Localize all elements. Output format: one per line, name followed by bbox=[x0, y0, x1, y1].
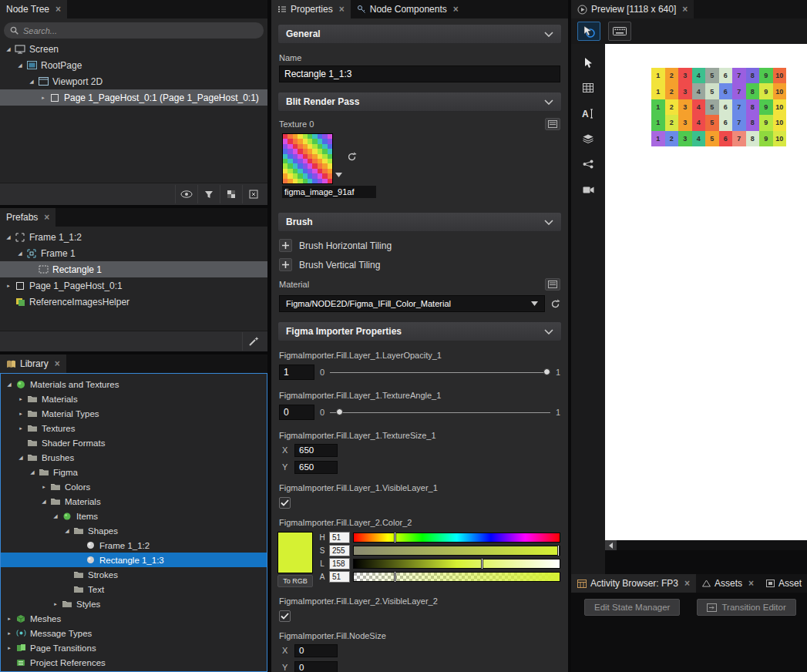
layers-tool-button[interactable] bbox=[577, 129, 599, 148]
color-swatch[interactable] bbox=[277, 532, 313, 573]
search-bar[interactable] bbox=[4, 22, 264, 39]
tab-properties[interactable]: Properties × bbox=[271, 0, 351, 18]
material-refresh-icon[interactable] bbox=[550, 299, 560, 309]
collapse-icon[interactable]: ◢ bbox=[15, 250, 25, 257]
tree-item[interactable]: Strokes bbox=[1, 567, 267, 582]
channel-s-bar[interactable] bbox=[353, 546, 560, 556]
tree-item[interactable]: ▸Colors bbox=[1, 479, 267, 494]
collapse-icon[interactable]: ◢ bbox=[26, 79, 37, 85]
collapse-icon[interactable]: ◢ bbox=[39, 499, 49, 505]
material-menu-button[interactable] bbox=[545, 278, 560, 291]
tree-item[interactable]: ◢Materials and Textures bbox=[1, 377, 267, 391]
tab-node-tree[interactable]: Node Tree × bbox=[0, 0, 67, 18]
tree-item[interactable]: ▸Page 1_PageHost_0:1 bbox=[0, 277, 267, 294]
grid-button[interactable] bbox=[220, 185, 242, 203]
channel-l-input[interactable]: 158 bbox=[329, 558, 350, 570]
tab-asset[interactable]: Asset× bbox=[760, 574, 807, 593]
isolate-button[interactable] bbox=[242, 185, 264, 203]
tab-library[interactable]: Library × bbox=[0, 354, 66, 373]
tab-prefabs[interactable]: Prefabs × bbox=[0, 208, 55, 227]
close-icon[interactable]: × bbox=[55, 4, 61, 15]
tree-item[interactable]: Project References bbox=[1, 655, 267, 670]
tree-item[interactable]: ▸Textures bbox=[1, 421, 267, 435]
tree-item[interactable]: ◢Frame 1_1:2 bbox=[0, 229, 267, 245]
tree-item[interactable]: ▸Materials bbox=[1, 391, 267, 406]
collapse-icon[interactable]: ◢ bbox=[50, 513, 61, 519]
collapse-icon[interactable]: ◢ bbox=[3, 46, 14, 52]
slider-handle[interactable] bbox=[336, 408, 343, 415]
close-icon[interactable]: × bbox=[684, 578, 690, 589]
table-tool-button[interactable] bbox=[577, 79, 599, 97]
channel-marker[interactable] bbox=[394, 532, 396, 543]
channel-h-bar[interactable] bbox=[353, 533, 560, 543]
tree-item[interactable]: ◢Frame 1 bbox=[0, 245, 267, 261]
expand-icon[interactable]: ▸ bbox=[50, 601, 61, 607]
channel-h-input[interactable]: 51 bbox=[329, 532, 350, 543]
name-input[interactable] bbox=[279, 66, 560, 82]
x-value-input[interactable]: 0 bbox=[294, 644, 338, 657]
texture-well[interactable]: figma_image_91af bbox=[282, 133, 376, 198]
collapse-icon[interactable]: ◢ bbox=[62, 528, 72, 534]
section-general[interactable]: General bbox=[277, 24, 562, 44]
tree-item[interactable]: ◢Brushes bbox=[1, 450, 267, 465]
tab-preview[interactable]: Preview [1118 x 640] × bbox=[571, 0, 694, 18]
texture-refresh-icon[interactable] bbox=[347, 152, 357, 162]
filter-button[interactable] bbox=[197, 185, 220, 203]
expand-icon[interactable]: ▸ bbox=[39, 484, 49, 490]
collapse-icon[interactable]: ◢ bbox=[15, 62, 25, 69]
virtual-keyboard-button[interactable] bbox=[608, 22, 631, 41]
channel-marker[interactable] bbox=[481, 558, 483, 570]
tree-item[interactable]: ▸Meshes bbox=[1, 611, 267, 626]
channel-marker[interactable] bbox=[557, 545, 560, 556]
tree-item[interactable]: ◢Screen bbox=[0, 41, 267, 57]
share-tool-button[interactable] bbox=[577, 155, 599, 173]
channel-l-bar[interactable] bbox=[353, 559, 560, 569]
tree-item[interactable]: Frame 1_1:2 bbox=[1, 538, 267, 553]
collapse-icon[interactable]: ◢ bbox=[3, 234, 14, 240]
expand-icon[interactable]: ▸ bbox=[4, 630, 15, 637]
section-figma-importer[interactable]: Figma Importer Properties bbox=[277, 321, 562, 341]
tree-item[interactable]: ▸Page 1_PageHost_0:1 (Page 1_PageHost_0:… bbox=[0, 89, 267, 106]
close-icon[interactable]: × bbox=[682, 4, 688, 15]
tree-item[interactable]: ◢Shapes bbox=[1, 523, 267, 538]
close-icon[interactable]: × bbox=[748, 578, 754, 589]
expand-icon[interactable]: ▸ bbox=[15, 411, 26, 417]
slider-track[interactable] bbox=[330, 365, 550, 380]
to-rgb-button[interactable]: To RGB bbox=[277, 575, 313, 587]
tree-item[interactable]: ▸Styles bbox=[1, 596, 267, 611]
edit-state-manager-button[interactable]: Edit State Manager bbox=[584, 599, 680, 616]
y-value-input[interactable]: 0 bbox=[294, 661, 338, 672]
tree-item[interactable]: Text bbox=[1, 582, 267, 596]
tree-item[interactable]: ◢Figma bbox=[1, 465, 267, 479]
tree-item[interactable]: ◢Items bbox=[1, 509, 267, 523]
expand-icon[interactable]: ▸ bbox=[4, 645, 15, 651]
tree-item[interactable]: ▸Material Types bbox=[1, 406, 267, 421]
expand-icon[interactable]: ▸ bbox=[15, 396, 26, 402]
add-brush-horizontal-tiling-button[interactable] bbox=[279, 239, 292, 252]
preview-canvas[interactable]: 1234567891012345678910123456789101234567… bbox=[605, 44, 807, 540]
tree-item[interactable]: ◢RootPage bbox=[0, 57, 267, 73]
slider-track[interactable] bbox=[330, 405, 550, 420]
tab-activity-browser-fp3[interactable]: Activity Browser: FP3× bbox=[571, 574, 696, 593]
tree-item[interactable]: Shader Formats bbox=[1, 435, 267, 450]
y-value-input[interactable]: 650 bbox=[294, 461, 338, 474]
tree-item[interactable]: ▸Page Transitions bbox=[1, 640, 267, 655]
add-brush-vertical-tiling-button[interactable] bbox=[279, 258, 292, 271]
channel-marker[interactable] bbox=[394, 571, 396, 583]
close-icon[interactable]: × bbox=[339, 4, 345, 15]
tree-item[interactable]: ◢Materials bbox=[1, 494, 267, 509]
scroll-left-button[interactable] bbox=[605, 540, 617, 550]
texture-thumbnail[interactable] bbox=[282, 133, 333, 184]
texture-menu-button[interactable] bbox=[545, 118, 560, 130]
section-brush[interactable]: Brush bbox=[277, 212, 562, 232]
tree-item[interactable]: ◢Viewport 2D bbox=[0, 73, 267, 89]
tab-assets[interactable]: Assets× bbox=[696, 574, 760, 593]
collapse-icon[interactable]: ◢ bbox=[4, 381, 15, 388]
collapse-icon[interactable]: ◢ bbox=[15, 455, 26, 461]
cursor-tool-button[interactable] bbox=[577, 53, 599, 72]
eye-button[interactable] bbox=[175, 185, 197, 203]
scrollbar-track[interactable] bbox=[617, 540, 807, 550]
expand-icon[interactable]: ▸ bbox=[15, 425, 26, 432]
preview-hscrollbar[interactable] bbox=[605, 540, 807, 550]
transition-editor-button[interactable]: Transition Editor bbox=[697, 599, 795, 616]
